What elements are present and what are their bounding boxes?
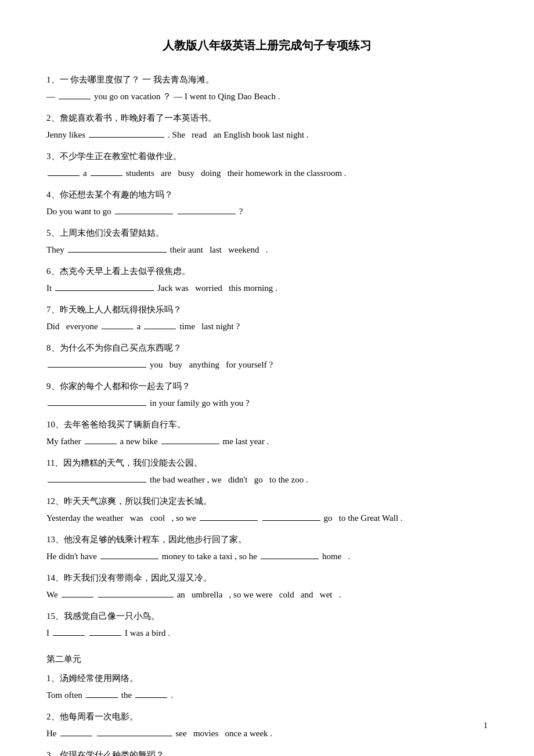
word: . She read an English book last night .: [168, 127, 308, 143]
blank-12-1[interactable]: [200, 510, 258, 521]
u2-section-1: 1、汤姆经常使用网络。 Tom often the .: [46, 671, 488, 703]
chinese-11: 11、因为糟糕的天气，我们没能去公园。: [46, 455, 488, 471]
blank-15-2[interactable]: [89, 625, 121, 636]
chinese-6: 6、杰克今天早上看上去似乎很焦虑。: [46, 264, 488, 279]
word: .: [171, 687, 173, 703]
word: Jenny likes: [46, 127, 85, 143]
word: — I went to Qing Dao Beach .: [174, 89, 280, 105]
u2-english-2: He see movies once a week .: [46, 726, 488, 741]
word: money to take a taxi , so he: [162, 549, 257, 564]
word: the bad weather , we didn't go to the zo…: [150, 472, 308, 488]
blank-7-1[interactable]: [102, 319, 134, 329]
word: He: [46, 726, 57, 741]
chinese-7: 7、昨天晚上人人都玩得很快乐吗？: [46, 302, 488, 318]
word: We: [46, 587, 58, 603]
chinese-3: 3、不少学生正在教室忙着做作业。: [46, 149, 488, 164]
blank-4-1[interactable]: [115, 204, 173, 214]
section-5: 5、上周末他们没去看望姑姑。 They their aunt last week…: [46, 225, 488, 258]
section-11: 11、因为糟糕的天气，我们没能去公园。 the bad weather , we…: [46, 455, 488, 488]
word: in your family go with you ?: [150, 395, 250, 411]
english-8: you buy anything for yourself ?: [46, 357, 488, 373]
section-6: 6、杰克今天早上看上去似乎很焦虑。 It Jack was worried th…: [46, 264, 488, 296]
u2-chinese-2: 2、他每周看一次电影。: [46, 709, 488, 725]
english-13: He didn't have money to take a taxi , so…: [46, 549, 488, 564]
word: —: [46, 89, 55, 105]
u2-blank-2-2[interactable]: [97, 726, 172, 736]
page-number: 1: [484, 718, 488, 733]
word: Jack was worried this morning .: [157, 280, 277, 296]
blank-2-1[interactable]: [89, 127, 164, 138]
word: you buy anything for yourself ?: [150, 357, 273, 373]
blank-15-1[interactable]: [53, 625, 85, 636]
section-15: 15、我感觉自己像一只小鸟。 I I was a bird .: [46, 609, 488, 641]
u2-section-2: 2、他每周看一次电影。 He see movies once a week .: [46, 709, 488, 741]
blank-10-2[interactable]: [161, 434, 219, 444]
u2-section-3: 3、你现在学什么种类的舞蹈？ of dance are you learning…: [46, 747, 488, 756]
u2-blank-1-1[interactable]: [86, 687, 118, 698]
english-2: Jenny likes . She read an English book l…: [46, 127, 488, 143]
word: It: [46, 280, 52, 296]
blank-3-2[interactable]: [91, 165, 122, 176]
word: My father: [46, 434, 81, 449]
u2-english-1: Tom often the .: [46, 687, 488, 703]
blank-7-2[interactable]: [144, 319, 176, 329]
english-6: It Jack was worried this morning .: [46, 280, 488, 296]
word: me last year .: [223, 434, 269, 449]
blank-10-1[interactable]: [85, 434, 117, 444]
u2-chinese-3: 3、你现在学什么种类的舞蹈？: [46, 747, 488, 756]
blank-14-1[interactable]: [62, 587, 93, 597]
section-9: 9、你家的每个人都和你一起去了吗？ in your family go with…: [46, 379, 488, 411]
blank-9-1[interactable]: [48, 395, 146, 406]
chinese-13: 13、他没有足够的钱乘计程车，因此他步行回了家。: [46, 532, 488, 548]
english-7: Did everyone a time last night ?: [46, 319, 488, 334]
english-5: They their aunt last weekend .: [46, 242, 488, 258]
blank-4-2[interactable]: [178, 204, 236, 214]
chinese-4: 4、你还想去某个有趣的地方吗？: [46, 187, 488, 203]
word: home .: [322, 549, 350, 564]
chinese-15: 15、我感觉自己像一只小鸟。: [46, 609, 488, 624]
blank-12-2[interactable]: [262, 510, 320, 521]
chinese-12: 12、昨天天气凉爽，所以我们决定去长城。: [46, 494, 488, 509]
section-1: 1、一 你去哪里度假了？ 一 我去青岛海滩。 — you go on vacat…: [46, 72, 488, 105]
word: a: [83, 165, 87, 181]
word: I was a bird .: [125, 625, 170, 641]
word: go to the Great Wall .: [324, 510, 403, 526]
chinese-2: 2、詹妮喜欢看书，昨晚好看了一本英语书。: [46, 110, 488, 126]
word: Did everyone: [46, 319, 98, 334]
blank-14-2[interactable]: [98, 587, 174, 597]
content-area: 1、一 你去哪里度假了？ 一 我去青岛海滩。 — you go on vacat…: [46, 72, 488, 756]
word: Yesterday the weather was cool , so we: [46, 510, 196, 526]
english-1: — you go on vacation ？ — I went to Qing …: [46, 89, 488, 105]
chinese-8: 8、为什么不为你自己买点东西呢？: [46, 340, 488, 356]
section-4: 4、你还想去某个有趣的地方吗？ Do you want to go ?: [46, 187, 488, 219]
u2-blank-2-1[interactable]: [60, 726, 92, 736]
word: a new bike: [120, 434, 158, 449]
english-15: I I was a bird .: [46, 625, 488, 641]
word: you go on vacation ？: [94, 89, 171, 105]
blank-1-1[interactable]: [59, 89, 91, 99]
word: an umbrella , so we were cold and wet .: [177, 587, 341, 603]
word: a: [137, 319, 141, 334]
section-12: 12、昨天天气凉爽，所以我们决定去长城。 Yesterday the weath…: [46, 494, 488, 526]
blank-5-1[interactable]: [68, 242, 167, 253]
word: students are busy doing their homework i…: [126, 165, 347, 181]
word: He didn't have: [46, 549, 97, 564]
english-14: We an umbrella , so we were cold and wet…: [46, 587, 488, 603]
page-title: 人教版八年级英语上册完成句子专项练习: [46, 35, 488, 56]
blank-11-1[interactable]: [48, 472, 146, 483]
english-11: the bad weather , we didn't go to the zo…: [46, 472, 488, 488]
word: the: [121, 687, 132, 703]
word: ?: [239, 204, 243, 219]
section-8: 8、为什么不为你自己买点东西呢？ you buy anything for yo…: [46, 340, 488, 373]
section-14: 14、昨天我们没有带雨伞，因此又湿又冷。 We an umbrella , so…: [46, 570, 488, 603]
blank-3-1[interactable]: [48, 165, 80, 176]
u2-blank-1-2[interactable]: [135, 687, 167, 698]
english-4: Do you want to go ?: [46, 204, 488, 219]
blank-13-1[interactable]: [100, 549, 158, 559]
blank-13-2[interactable]: [261, 549, 319, 559]
word: Do you want to go: [46, 204, 111, 219]
english-12: Yesterday the weather was cool , so we g…: [46, 510, 488, 526]
section-13: 13、他没有足够的钱乘计程车，因此他步行回了家。 He didn't have …: [46, 532, 488, 564]
blank-6-1[interactable]: [55, 280, 154, 291]
blank-8-1[interactable]: [48, 357, 146, 368]
